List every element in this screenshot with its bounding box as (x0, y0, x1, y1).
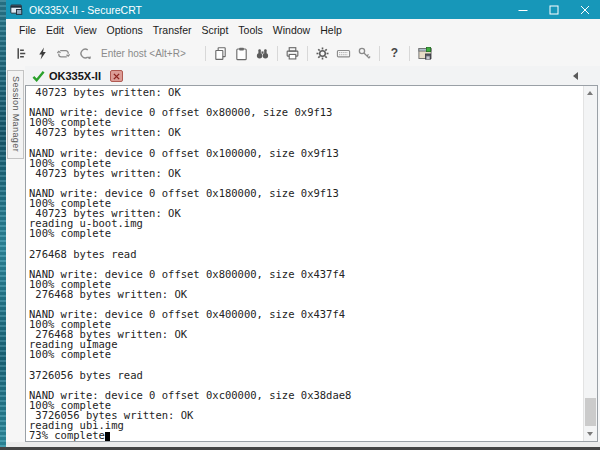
quick-connect-host-input[interactable]: Enter host <Alt+R> (101, 48, 191, 59)
scrollbar-thumb[interactable] (585, 398, 596, 426)
disconnect-icon[interactable] (74, 43, 95, 63)
menu-item[interactable]: Help (315, 21, 347, 39)
menu-item[interactable]: Tools (233, 21, 268, 39)
terminal-line: 40723 bytes written: OK (29, 87, 583, 97)
tab-close-icon[interactable] (110, 70, 123, 82)
find-icon[interactable] (252, 43, 273, 63)
terminal-line: reading u-boot.img (29, 218, 583, 228)
terminal[interactable]: 40723 bytes written: OKNAND write: devic… (25, 85, 598, 442)
terminal-line: NAND write: device 0 offset 0x180000, si… (29, 188, 583, 198)
terminal-line: 100% complete (29, 228, 583, 238)
scroll-down-icon[interactable] (587, 432, 593, 436)
terminal-line: reading ubi.img (29, 420, 583, 430)
terminal-line: NAND write: device 0 offset 0x400000, si… (29, 309, 583, 319)
session-options-icon[interactable] (414, 43, 435, 63)
terminal-line (29, 238, 583, 248)
terminal-line: 276468 bytes read (29, 249, 583, 259)
securecrt-window: OK335X-II - SecureCRT FileEditViewOption… (0, 0, 600, 450)
menu-item[interactable]: View (69, 21, 102, 39)
terminal-line: NAND write: device 0 offset 0x100000, si… (29, 148, 583, 158)
tab-bar: OK335X-II (6, 66, 600, 85)
keyboard-icon[interactable] (333, 43, 354, 63)
menu-item[interactable]: File (14, 21, 41, 39)
tab-scroll-left-icon[interactable] (573, 72, 578, 80)
toolbar-separator (307, 46, 308, 61)
key-icon[interactable] (354, 43, 375, 63)
minimize-button[interactable] (507, 0, 538, 19)
maximize-button[interactable] (538, 0, 569, 19)
menu-item[interactable]: Script (197, 21, 234, 39)
window-title: OK335X-II - SecureCRT (29, 4, 507, 16)
menu-item[interactable]: Edit (41, 21, 69, 39)
tab-label: OK335X-II (49, 70, 101, 82)
print-icon[interactable] (282, 43, 303, 63)
toolbar: Enter host <Alt+R> (6, 40, 600, 66)
terminal-line: NAND write: device 0 offset 0x800000, si… (29, 269, 583, 279)
paste-icon[interactable] (231, 43, 252, 63)
titlebar: OK335X-II - SecureCRT (6, 0, 600, 19)
close-button[interactable] (569, 0, 600, 19)
reconnect-icon[interactable] (53, 43, 74, 63)
quick-connect-icon[interactable] (32, 43, 53, 63)
menu-item[interactable]: Options (102, 21, 148, 39)
terminal-lines: 40723 bytes written: OKNAND write: devic… (29, 87, 583, 430)
session-manager-tab[interactable]: Session Manager (7, 70, 24, 159)
terminal-line: 40723 bytes written: OK (29, 168, 583, 178)
toolbar-separator (409, 46, 410, 61)
terminal-line: 100% complete (29, 349, 583, 359)
options-gear-icon[interactable] (312, 43, 333, 63)
terminal-line: 276468 bytes written: OK (29, 289, 583, 299)
terminal-scrollbar[interactable] (583, 86, 597, 441)
copy-icon[interactable] (210, 43, 231, 63)
securecrt-app-icon (10, 3, 23, 16)
terminal-line: NAND write: device 0 offset 0xc00000, si… (29, 390, 583, 400)
session-tab-ok335x-ii[interactable]: OK335X-II (28, 67, 127, 85)
toolbar-separator (277, 46, 278, 61)
scroll-up-icon[interactable] (587, 91, 593, 95)
terminal-line-current: 73% complete (29, 430, 583, 440)
session-manager-label: Session Manager (11, 76, 21, 152)
terminal-cursor (105, 432, 111, 441)
connected-check-icon (32, 70, 45, 82)
toolbar-separator (205, 46, 206, 61)
window-controls (507, 0, 600, 19)
toolbar-separator (379, 46, 380, 61)
menu-bar: FileEditViewOptionsTransferScriptToolsWi… (6, 19, 600, 40)
terminal-line: 40723 bytes written: OK (29, 127, 583, 137)
session-manager-icon[interactable] (11, 43, 32, 63)
terminal-line: NAND write: device 0 offset 0x80000, siz… (29, 107, 583, 117)
help-icon[interactable]: ? (384, 43, 405, 63)
terminal-line: reading uImage (29, 339, 583, 349)
menu-item[interactable]: Window (268, 21, 315, 39)
terminal-output: 40723 bytes written: OKNAND write: devic… (26, 86, 583, 441)
menu-item[interactable]: Transfer (148, 21, 197, 39)
terminal-line: 3726056 bytes read (29, 370, 583, 380)
